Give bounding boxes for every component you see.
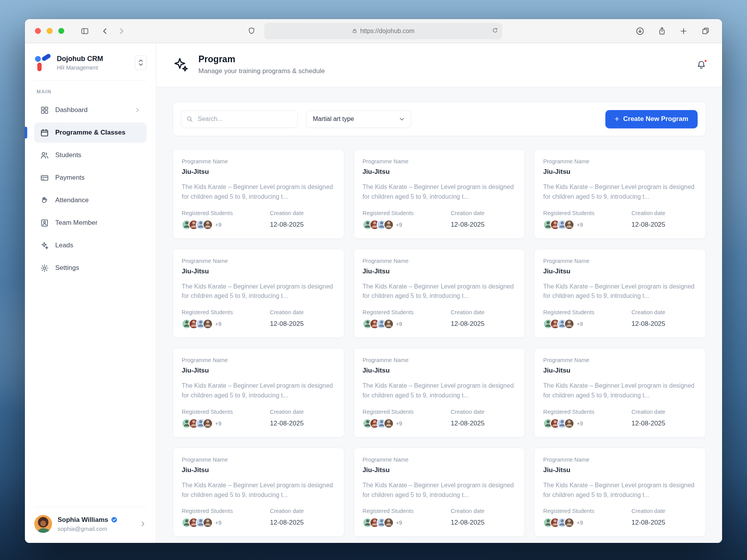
shield-icon[interactable] xyxy=(245,24,258,38)
share-icon[interactable] xyxy=(655,24,668,38)
creation-date-label: Creation date xyxy=(631,210,697,216)
notification-dot xyxy=(704,59,707,63)
registered-students-label: Registered Students xyxy=(363,409,451,415)
program-card[interactable]: Programme Name Jiu-Jitsu The Kids Karate… xyxy=(354,348,525,438)
creation-date-value: 12-08-2025 xyxy=(631,420,697,427)
sidebar-toggle-icon[interactable] xyxy=(78,24,91,38)
program-card[interactable]: Programme Name Jiu-Jitsu The Kids Karate… xyxy=(173,149,344,239)
registered-students-label: Registered Students xyxy=(543,508,631,514)
tab-overview-icon[interactable] xyxy=(699,24,712,38)
page-title: Program xyxy=(198,54,325,65)
program-card[interactable]: Programme Name Jiu-Jitsu The Kids Karate… xyxy=(534,149,706,239)
programme-name: Jiu-Jitsu xyxy=(182,367,335,374)
program-card[interactable]: Programme Name Jiu-Jitsu The Kids Karate… xyxy=(354,448,525,537)
chevron-right-icon xyxy=(139,520,147,528)
program-card[interactable]: Programme Name Jiu-Jitsu The Kids Karate… xyxy=(173,448,344,537)
avatar-overflow-count: +9 xyxy=(577,321,583,327)
programme-description: The Kids Karate – Beginner Level program… xyxy=(182,282,335,301)
creation-date-label: Creation date xyxy=(631,309,697,315)
sidebar-item-label: Programme & Classes xyxy=(55,129,125,136)
registered-students-label: Registered Students xyxy=(363,309,451,315)
sidebar-item-payments[interactable]: Payments xyxy=(34,168,147,188)
forward-icon[interactable] xyxy=(115,24,128,38)
browser-window: https://dojohub.com xyxy=(25,19,722,543)
student-avatar xyxy=(384,319,394,329)
sidebar-item-settings[interactable]: Settings xyxy=(34,258,147,278)
programme-name: Jiu-Jitsu xyxy=(363,268,516,275)
student-avatars: +9 xyxy=(543,220,631,230)
main-panel: Program Manage your training programs & … xyxy=(156,43,722,543)
user-email: sophia@gmail.com xyxy=(58,525,133,532)
programme-name-label: Programme Name xyxy=(182,258,335,264)
program-card[interactable]: Programme Name Jiu-Jitsu The Kids Karate… xyxy=(534,348,706,438)
programme-description: The Kids Karate – Beginner Level program… xyxy=(543,182,697,202)
bell-icon[interactable] xyxy=(696,60,707,70)
programme-name: Jiu-Jitsu xyxy=(363,168,516,176)
creation-date-label: Creation date xyxy=(451,409,516,415)
leads-icon xyxy=(40,241,49,250)
avatar-overflow-count: +9 xyxy=(215,321,221,327)
programme-name-label: Programme Name xyxy=(543,357,697,363)
student-avatar xyxy=(384,220,394,230)
programme-name-label: Programme Name xyxy=(363,357,516,363)
sidebar-item-attendance[interactable]: Attendance xyxy=(34,190,147,210)
creation-date-label: Creation date xyxy=(270,508,335,514)
create-button-label: Create New Program xyxy=(623,115,688,123)
programme-name: Jiu-Jitsu xyxy=(543,268,697,275)
student-avatar xyxy=(384,518,394,528)
download-icon[interactable] xyxy=(633,24,647,38)
minimize-window-button[interactable] xyxy=(47,28,53,34)
reload-icon[interactable] xyxy=(492,27,498,35)
sidebar-item-students[interactable]: Students xyxy=(34,145,147,165)
student-avatar xyxy=(564,220,574,230)
attendance-icon xyxy=(40,196,49,205)
programme-name-label: Programme Name xyxy=(543,258,697,264)
program-card[interactable]: Programme Name Jiu-Jitsu The Kids Karate… xyxy=(173,348,344,438)
sidebar-item-programme-classes[interactable]: Programme & Classes xyxy=(34,122,147,143)
chevron-down-icon xyxy=(398,116,405,122)
sidebar-item-label: Attendance xyxy=(55,196,89,204)
zoom-window-button[interactable] xyxy=(58,28,64,34)
sidebar-item-leads[interactable]: Leads xyxy=(34,235,147,256)
martial-art-type-select[interactable]: Martial art type xyxy=(306,110,411,128)
programme-name-label: Programme Name xyxy=(363,158,516,164)
student-avatars: +9 xyxy=(182,418,270,429)
sidebar-item-team-member[interactable]: Team Member xyxy=(34,213,147,233)
workspace-switcher-icon[interactable] xyxy=(135,55,147,70)
programme-name: Jiu-Jitsu xyxy=(543,367,697,374)
student-avatars: +9 xyxy=(182,319,270,329)
address-bar[interactable]: https://dojohub.com xyxy=(264,23,502,39)
programme-name: Jiu-Jitsu xyxy=(363,367,516,374)
brand: Dojohub CRM HR Management xyxy=(34,54,147,71)
avatar xyxy=(34,515,52,533)
program-card[interactable]: Programme Name Jiu-Jitsu The Kids Karate… xyxy=(173,249,344,338)
search-input[interactable] xyxy=(181,110,298,128)
programme-description: The Kids Karate – Beginner Level program… xyxy=(182,381,335,401)
program-card[interactable]: Programme Name Jiu-Jitsu The Kids Karate… xyxy=(534,448,706,537)
user-profile[interactable]: Sophia Williams sophia@gmail.com xyxy=(34,507,147,533)
new-tab-icon[interactable] xyxy=(677,24,690,38)
programme-name-label: Programme Name xyxy=(543,158,697,164)
registered-students-label: Registered Students xyxy=(182,409,270,415)
registered-students-label: Registered Students xyxy=(363,508,451,514)
window-controls xyxy=(35,28,64,34)
programme-name: Jiu-Jitsu xyxy=(182,466,335,474)
avatar-overflow-count: +9 xyxy=(396,420,402,427)
verified-badge-icon xyxy=(111,516,117,523)
programme-name: Jiu-Jitsu xyxy=(543,466,697,474)
creation-date-value: 12-08-2025 xyxy=(451,519,516,527)
student-avatars: +9 xyxy=(363,518,451,528)
nav-section-label: MAIN xyxy=(37,89,144,94)
program-card[interactable]: Programme Name Jiu-Jitsu The Kids Karate… xyxy=(354,249,525,338)
sidebar-item-dashboard[interactable]: Dashboard xyxy=(34,100,147,120)
creation-date-value: 12-08-2025 xyxy=(451,320,516,328)
programme-description: The Kids Karate – Beginner Level program… xyxy=(363,182,516,202)
create-new-program-button[interactable]: + Create New Program xyxy=(605,110,698,128)
registered-students-label: Registered Students xyxy=(543,210,631,216)
program-card[interactable]: Programme Name Jiu-Jitsu The Kids Karate… xyxy=(354,149,525,239)
program-card[interactable]: Programme Name Jiu-Jitsu The Kids Karate… xyxy=(534,249,706,338)
close-window-button[interactable] xyxy=(35,28,41,34)
back-icon[interactable] xyxy=(98,24,112,38)
programme-description: The Kids Karate – Beginner Level program… xyxy=(543,381,697,401)
student-avatar xyxy=(203,220,213,230)
